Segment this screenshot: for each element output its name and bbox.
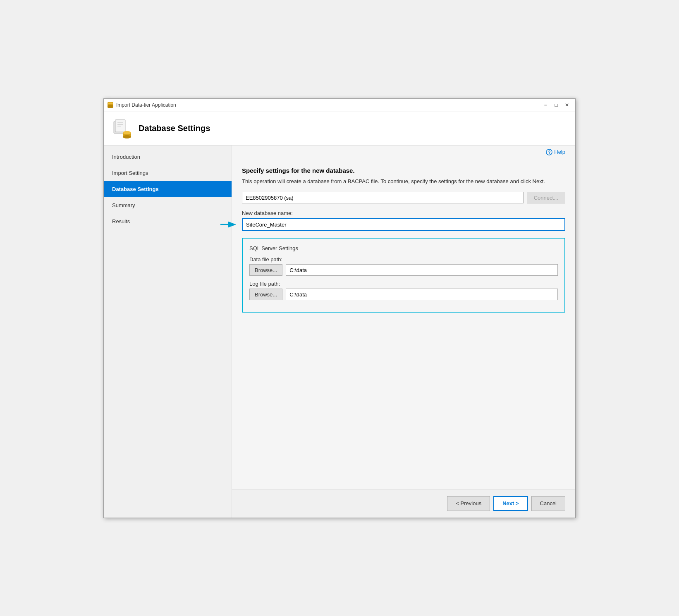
sql-settings-box: SQL Server Settings Data file path: Brow… [242, 238, 565, 313]
log-file-input[interactable] [286, 289, 558, 300]
section-title: Specify settings for the new database. [242, 167, 565, 174]
footer: < Previous Next > Cancel [232, 489, 575, 518]
connect-button[interactable]: Connect... [527, 192, 565, 203]
content-area: ? Help Specify settings for the new data… [232, 146, 575, 518]
sidebar: Introduction Import Settings Database Se… [104, 146, 232, 518]
app-icon [107, 102, 114, 108]
section-description: This operation will create a database fr… [242, 177, 565, 186]
cancel-button[interactable]: Cancel [531, 496, 565, 511]
svg-point-2 [108, 103, 113, 104]
application-window: Import Data-tier Application − □ ✕ [103, 98, 576, 518]
window-title: Import Data-tier Application [116, 102, 176, 108]
data-file-browse-button[interactable]: Browse... [249, 264, 282, 276]
server-input[interactable] [242, 192, 524, 203]
data-file-row: Browse... [249, 264, 558, 276]
wizard-header: Database Settings [104, 112, 575, 146]
title-bar: Import Data-tier Application − □ ✕ [104, 99, 575, 112]
log-file-label: Log file path: [249, 281, 558, 287]
db-name-input[interactable] [242, 218, 565, 231]
main-content: Introduction Import Settings Database Se… [104, 146, 575, 518]
minimize-button[interactable]: − [540, 101, 550, 109]
svg-point-10 [123, 135, 131, 138]
log-file-browse-button[interactable]: Browse... [249, 289, 282, 300]
help-button[interactable]: ? Help [546, 149, 565, 155]
db-name-label: New database name: [242, 210, 565, 216]
sidebar-item-introduction[interactable]: Introduction [104, 149, 232, 165]
sidebar-item-database-settings[interactable]: Database Settings [104, 181, 232, 197]
svg-text:?: ? [548, 150, 551, 155]
sql-settings-title: SQL Server Settings [249, 245, 558, 251]
svg-point-11 [123, 131, 131, 134]
previous-button[interactable]: < Previous [447, 496, 490, 511]
data-file-input[interactable] [286, 264, 558, 276]
sidebar-item-import-settings[interactable]: Import Settings [104, 165, 232, 181]
svg-rect-1 [108, 105, 113, 108]
page-title: Database Settings [139, 124, 210, 133]
svg-rect-4 [115, 119, 125, 132]
title-bar-controls: − □ ✕ [540, 101, 572, 109]
header-icon [112, 119, 132, 138]
next-button[interactable]: Next > [493, 496, 528, 511]
db-name-row [242, 218, 565, 231]
maximize-button[interactable]: □ [551, 101, 561, 109]
data-file-label: Data file path: [249, 256, 558, 263]
close-button[interactable]: ✕ [562, 101, 572, 109]
help-row: ? Help [232, 146, 575, 159]
content-inner: Specify settings for the new database. T… [232, 159, 575, 489]
help-icon: ? [546, 149, 552, 155]
title-bar-left: Import Data-tier Application [107, 102, 176, 108]
log-file-row: Browse... [249, 289, 558, 300]
sidebar-item-results[interactable]: Results [104, 213, 232, 229]
server-row: Connect... [242, 192, 565, 203]
sidebar-item-summary[interactable]: Summary [104, 197, 232, 213]
